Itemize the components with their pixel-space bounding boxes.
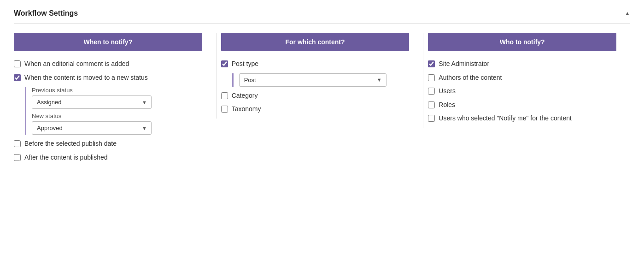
category-label[interactable]: Category [232,91,258,101]
roles-row: Roles [428,101,616,110]
new-status-label: New status [32,113,202,119]
before-publish-label[interactable]: Before the selected publish date [24,139,117,149]
column-who: Who to notify? Site Administrator Author… [423,33,630,128]
page-header: Workflow Settings ▲ [14,9,630,24]
column-when: When to notify? When an editorial commen… [14,33,216,167]
which-header: For which content? [221,33,410,51]
authors-label[interactable]: Authors of the content [439,73,502,83]
notify-me-label[interactable]: Users who selected "Notify me" for the c… [439,114,572,123]
when-header: When to notify? [14,33,202,51]
users-label[interactable]: Users [439,87,456,96]
users-checkbox[interactable] [428,88,435,95]
post-type-label[interactable]: Post type [232,60,258,69]
editorial-comment-row: When an editorial comment is added [14,60,202,69]
category-row: Category [221,91,410,101]
category-checkbox[interactable] [221,92,228,99]
taxonomy-label[interactable]: Taxonomy [232,105,261,114]
roles-checkbox[interactable] [428,101,435,108]
post-type-select[interactable]: Post Page Custom Post Type [239,73,386,87]
new-status-select-wrapper: Approved Draft Pending Assigned ▼ [32,121,152,135]
roles-label[interactable]: Roles [439,101,455,110]
collapse-icon[interactable]: ▲ [625,10,630,17]
after-publish-row: After the content is published [14,153,202,162]
page-title: Workflow Settings [14,9,78,18]
previous-status-select-wrapper: Assigned Draft Pending Approved ▼ [32,95,152,109]
notify-me-checkbox[interactable] [428,115,435,122]
column-which: For which content? Post type Post Page C… [216,33,423,119]
site-admin-label[interactable]: Site Administrator [439,60,489,69]
post-type-row: Post type [221,60,410,69]
content-moved-label[interactable]: When the content is moved to a new statu… [24,73,148,83]
editorial-comment-label[interactable]: When an editorial comment is added [24,60,129,69]
post-select-wrapper: Post Page Custom Post Type ▼ [239,73,386,87]
page-container: Workflow Settings ▲ When to notify? When… [0,0,644,262]
after-publish-checkbox[interactable] [14,154,21,161]
previous-status-select[interactable]: Assigned Draft Pending Approved [32,95,152,109]
before-publish-checkbox[interactable] [14,140,21,147]
post-type-checkbox[interactable] [221,60,228,67]
taxonomy-row: Taxonomy [221,105,410,114]
new-status-select[interactable]: Approved Draft Pending Assigned [32,121,152,135]
before-publish-row: Before the selected publish date [14,139,202,149]
previous-status-label: Previous status [32,87,202,94]
content-moved-row: When the content is moved to a new statu… [14,73,202,83]
notify-me-row: Users who selected "Notify me" for the c… [428,114,616,123]
site-admin-checkbox[interactable] [428,60,435,67]
columns-wrapper: When to notify? When an editorial commen… [14,33,630,167]
content-moved-checkbox[interactable] [14,74,21,81]
authors-row: Authors of the content [428,73,616,83]
users-row: Users [428,87,616,96]
post-select-indent: Post Page Custom Post Type ▼ [232,73,410,87]
taxonomy-checkbox[interactable] [221,106,228,113]
who-header: Who to notify? [428,33,616,51]
site-admin-row: Site Administrator [428,60,616,69]
status-indented-block: Previous status Assigned Draft Pending A… [25,87,202,135]
editorial-comment-checkbox[interactable] [14,60,21,67]
authors-checkbox[interactable] [428,74,435,81]
after-publish-label[interactable]: After the content is published [24,153,108,162]
